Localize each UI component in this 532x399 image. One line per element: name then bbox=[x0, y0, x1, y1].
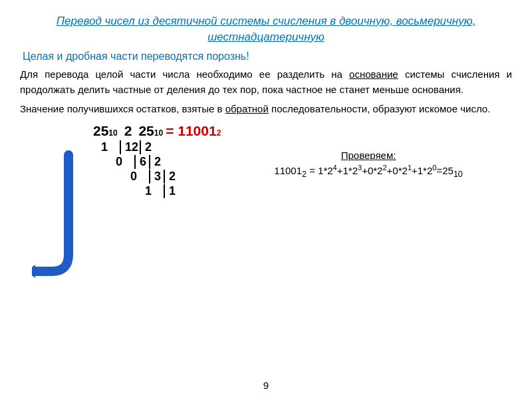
slide-container: Перевод чисел из десятичной системы счис… bbox=[0, 0, 532, 399]
div-row-3: 1 1 bbox=[137, 184, 221, 198]
quot-2: 3 bbox=[149, 170, 164, 184]
check-title: Проверяем: bbox=[274, 150, 462, 161]
div-1: 2 bbox=[149, 155, 164, 169]
result-header: 2510 2 2510 = 110012 bbox=[93, 123, 221, 139]
rem-0: 1 bbox=[93, 140, 108, 154]
divisor-2: 2 bbox=[124, 123, 132, 139]
rem-2: 0 bbox=[122, 170, 137, 184]
arrow-icon bbox=[32, 148, 85, 281]
equals-result: = 11001 bbox=[166, 123, 217, 139]
page-number: 9 bbox=[263, 380, 269, 391]
division-section: 2510 2 2510 = 110012 1 12 2 0 6 2 bbox=[93, 123, 221, 199]
body-paragraph-2: Значение получившихся остатков, взятые в… bbox=[20, 101, 512, 116]
sub-2-result: 2 bbox=[217, 128, 221, 138]
slide-title: Перевод чисел из десятичной системы счис… bbox=[20, 13, 512, 45]
number-25-first: 25 bbox=[93, 123, 108, 139]
div-2: 2 bbox=[164, 170, 178, 184]
number-25-second: 25 bbox=[138, 123, 154, 139]
quot-1: 6 bbox=[134, 155, 149, 169]
check-formula: 110012 = 1*24+1*23+0*22+0*21+1*20=2510 bbox=[274, 164, 462, 179]
spacer2 bbox=[141, 170, 148, 184]
body2-rest: последовательности, образуют искомое чис… bbox=[269, 103, 491, 114]
body1-underline: основание bbox=[349, 68, 398, 80]
spacer0 bbox=[112, 140, 118, 154]
sub-10-second: 10 bbox=[154, 128, 163, 138]
div-0: 2 bbox=[140, 140, 154, 154]
body2-start: Значение получившихся остатков, взятые в bbox=[20, 103, 225, 114]
body-paragraph-1: Для перевода целой части числа необходим… bbox=[20, 66, 512, 98]
quot-0: 12 bbox=[120, 140, 140, 154]
spacer3 bbox=[156, 184, 162, 198]
div-row-0: 1 12 2 bbox=[93, 140, 221, 154]
check-section: Проверяем: 110012 = 1*24+1*23+0*22+0*21+… bbox=[274, 150, 462, 199]
sub-10-first: 10 bbox=[108, 128, 117, 138]
div-row-2: 0 3 2 bbox=[122, 170, 221, 184]
body1-text: Для перевода целой части числа необходим… bbox=[20, 68, 349, 80]
svg-marker-1 bbox=[32, 265, 35, 278]
slide-subtitle: Целая и дробная части переводятся порозн… bbox=[23, 51, 512, 63]
quot-3: 1 bbox=[164, 184, 178, 198]
rem-3: 1 bbox=[137, 184, 152, 198]
div-row-1: 0 6 2 bbox=[108, 155, 221, 169]
body2-underline: обратной bbox=[225, 103, 269, 114]
spacer1 bbox=[126, 155, 133, 169]
rem-1: 0 bbox=[108, 155, 122, 169]
